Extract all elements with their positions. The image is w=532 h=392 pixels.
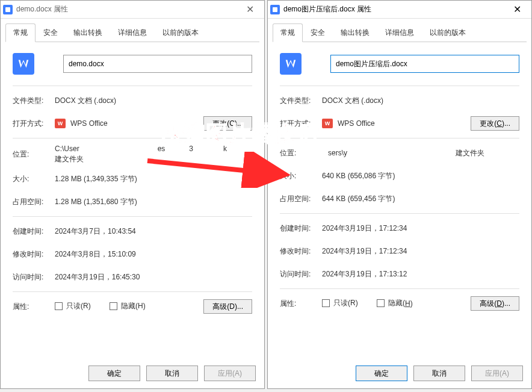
document-icon [13,53,34,75]
wps-icon: W [322,119,333,128]
disk-size-label: 占用空间: [280,194,322,204]
divider [13,291,252,292]
attributes-label: 属性: [13,302,55,312]
accessed-label: 访问时间: [13,272,55,282]
readonly-checkbox[interactable]: 只读(R) [55,301,91,311]
size-label: 大小: [13,174,55,184]
cancel-button[interactable]: 取消 [146,366,198,381]
tab-previous[interactable]: 以前的版本 [422,23,474,42]
app-icon [270,5,280,14]
cancel-button[interactable]: 取消 [413,366,465,381]
close-button[interactable]: ✕ [238,1,262,18]
app-icon [3,5,13,14]
tab-details[interactable]: 详细信息 [377,23,422,42]
divider [13,86,252,86]
footer: 确定 取消 应用(A) [1,358,264,388]
titlebar: demo图片压缩后.docx 属性 ✕ [268,1,531,19]
tab-details[interactable]: 详细信息 [110,23,155,42]
created-value: 2024年3月19日，17:12:34 [322,223,519,234]
modified-value: 2024年3月19日，17:12:34 [322,246,519,257]
content: 文件类型: DOCX 文档 (.docx) 打开方式: W WPS Office… [268,42,531,358]
file-type-label: 文件类型: [13,96,55,106]
tabs: 常规 安全 输出转换 详细信息 以前的版本 [268,19,531,42]
ok-button[interactable]: 确定 [356,366,407,381]
ok-button[interactable]: 确定 [88,366,140,381]
document-icon [280,53,302,75]
properties-dialog-after: demo图片压缩后.docx 属性 ✕ 常规 安全 输出转换 详细信息 以前的版… [267,0,532,389]
svg-line-2 [147,161,286,175]
accessed-value: 2024年3月19日，16:45:30 [55,272,252,282]
open-with-label: 打开方式: [13,119,55,129]
apply-button[interactable]: 应用(A) [204,366,256,381]
annotation-arrow-icon [144,152,301,188]
disk-size-label: 占用空间: [13,197,55,207]
titlebar: demo.docx 属性 ✕ [1,1,264,19]
size-value: 640 KB (656,086 字节) [322,171,519,181]
file-type-label: 文件类型: [280,96,322,106]
tab-security[interactable]: 安全 [303,23,333,42]
divider [13,216,252,217]
modified-label: 修改时间: [13,249,55,260]
tab-security[interactable]: 安全 [36,23,66,42]
tab-output[interactable]: 输出转换 [66,23,110,42]
svg-rect-1 [273,7,277,12]
modified-value: 2024年3月8日，15:10:09 [55,249,252,260]
annotation-text: 压缩图片替换后 [160,119,320,149]
svg-rect-0 [5,7,10,12]
tab-general[interactable]: 常规 [273,23,303,42]
location-label: 位置: [13,149,55,160]
window-title: demo.docx 属性 [16,4,238,14]
window-title: demo图片压缩后.docx 属性 [283,4,505,14]
tab-general[interactable]: 常规 [5,23,36,42]
file-type-value: DOCX 文档 (.docx) [322,96,519,106]
location-value: sers\y建文件夹 [322,148,519,158]
divider [280,86,519,86]
tab-previous[interactable]: 以前的版本 [155,23,206,42]
open-with-value: WPS Office [70,119,108,128]
change-button[interactable]: 更改(C)... [471,116,519,131]
advanced-button[interactable]: 高级(D)... [203,299,252,314]
filename-input[interactable] [330,55,519,73]
modified-label: 修改时间: [280,246,322,257]
divider [280,213,519,214]
file-type-value: DOCX 文档 (.docx) [55,96,252,106]
content: 文件类型: DOCX 文档 (.docx) 打开方式: W WPS Office… [1,42,264,358]
divider [280,288,519,289]
tabs: 常规 安全 输出转换 详细信息 以前的版本 [1,19,264,42]
disk-size-value: 644 KB (659,456 字节) [322,194,519,204]
attributes-label: 属性: [280,299,322,309]
accessed-label: 访问时间: [280,269,322,279]
properties-dialog-before: demo.docx 属性 ✕ 常规 安全 输出转换 详细信息 以前的版本 文件类… [0,0,265,389]
filename-input[interactable] [63,55,252,73]
disk-size-value: 1.28 MB (1,351,680 字节) [55,197,252,207]
created-label: 创建时间: [13,226,55,237]
footer: 确定 取消 应用(A) [268,358,531,388]
tab-output[interactable]: 输出转换 [333,23,377,42]
open-with-value: WPS Office [338,119,375,128]
hidden-checkbox[interactable]: 隐藏(H) [377,298,413,308]
created-value: 2024年3月7日，10:43:54 [55,226,252,237]
created-label: 创建时间: [280,223,322,234]
readonly-checkbox[interactable]: 只读(R) [322,298,358,308]
hidden-checkbox[interactable]: 隐藏(H) [110,301,146,311]
advanced-button[interactable]: 高级(D)... [471,296,519,311]
wps-icon: W [55,119,66,128]
close-button[interactable]: ✕ [505,1,529,18]
accessed-value: 2024年3月19日，17:13:12 [322,269,519,279]
apply-button[interactable]: 应用(A) [471,366,523,381]
